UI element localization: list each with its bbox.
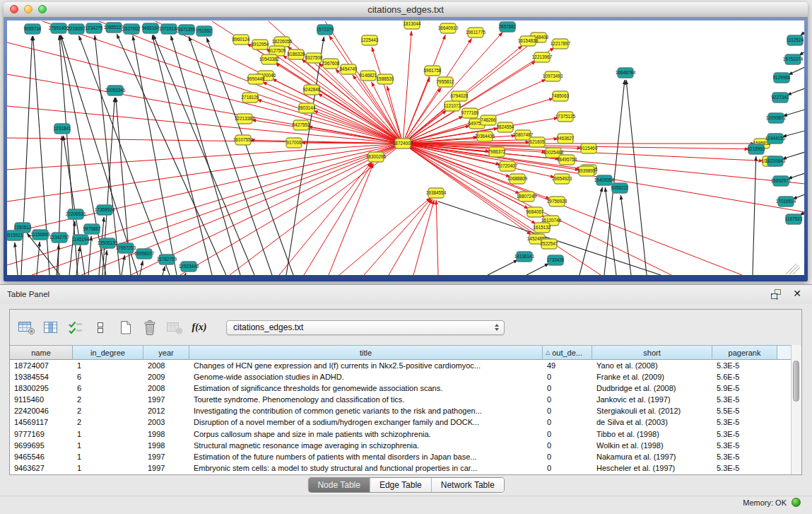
graph-node-label: 1733426 <box>547 257 565 262</box>
table-row[interactable]: 969969511998Structural magnetic resonanc… <box>10 440 791 451</box>
create-column-button[interactable] <box>116 319 134 336</box>
tab-node-table[interactable]: Node Table <box>308 478 370 492</box>
graph-node-label: 10025488 <box>543 150 564 155</box>
table-row[interactable]: 946554611997Estimation of the future num… <box>10 452 791 463</box>
graph-edge <box>185 273 186 275</box>
cell-in_degree: 1 <box>73 428 143 440</box>
graph-edge <box>403 31 411 144</box>
graph-node-label: 16409354 <box>594 177 615 182</box>
cell-name: 22420046 <box>10 406 73 417</box>
graph-edge <box>364 199 431 275</box>
memory-status-icon[interactable] <box>792 498 801 507</box>
graph-node-label: 9975887 <box>83 226 101 231</box>
vertical-scrollbar[interactable] <box>791 345 801 474</box>
graph-node-label: 9127509 <box>269 48 286 53</box>
column-header-label: year <box>158 349 173 357</box>
graph-node-label: 1145194 <box>72 237 90 242</box>
graph-node-label: 12213383 <box>235 116 255 121</box>
column-header-in_degree[interactable]: in_degree <box>73 345 143 360</box>
table-row[interactable]: 911546021997Tourette syndrome. Phenomeno… <box>10 395 791 406</box>
cell-short: Jankovic et al. (1997) <box>592 395 712 406</box>
cell-short: Hescheler et al. (1997) <box>592 463 712 474</box>
function-builder-button[interactable]: f(x) <box>190 319 208 336</box>
cell-out_degree: 0 <box>543 428 592 440</box>
graph-node-label: 8186328 <box>288 52 305 57</box>
table-row[interactable]: 1872400712008Changes of HCN gene express… <box>10 360 791 371</box>
graph-node-label: 16782759 <box>157 257 177 262</box>
row-height-button[interactable] <box>91 319 110 336</box>
graph-node-label: 1350513 <box>14 225 32 230</box>
tab-network-table[interactable]: Network Table <box>431 478 504 492</box>
cell-short: Nakamura et al. (1997) <box>592 452 712 463</box>
column-header-pagerank[interactable]: pagerank <box>712 345 777 360</box>
cell-pagerank: 5.3E-5 <box>712 440 777 451</box>
cell-in_degree: 2 <box>73 417 143 428</box>
graph-node-label: 2718126 <box>242 95 259 100</box>
graph-node-label: 17375125 <box>555 114 576 119</box>
table-row[interactable]: 1830029562008Estimation of significance … <box>10 382 791 394</box>
delete-column-button[interactable] <box>141 319 159 336</box>
cell-year: 2008 <box>143 382 189 394</box>
delete-table-button[interactable] <box>165 319 184 336</box>
table-select-dropdown[interactable]: citations_edges.txt <box>226 320 505 335</box>
cell-short: Stergiakouli et al. (2012) <box>592 406 712 417</box>
graph-node-label: 16107553 <box>233 137 254 142</box>
selection-mode-button[interactable] <box>66 319 85 336</box>
cell-in_degree: 6 <box>73 371 143 382</box>
window-titlebar[interactable]: citations_edges.txt <box>4 2 808 18</box>
graph-node-label: 1225443 <box>361 37 379 42</box>
show-columns-button[interactable] <box>42 319 60 336</box>
column-header-label: title <box>360 349 372 357</box>
graph-node-label: 19654923 <box>552 176 572 181</box>
table-row[interactable]: 1456911722003Disruption of a novel membe… <box>10 417 791 428</box>
table-mode-button[interactable] <box>17 319 35 336</box>
column-header-short[interactable]: short <box>592 345 712 360</box>
cell-in_degree: 1 <box>73 360 143 371</box>
graph-edge <box>389 199 433 275</box>
float-panel-icon <box>770 288 782 300</box>
graph-edge <box>782 152 804 159</box>
cell-name: 9465546 <box>10 452 73 463</box>
graph-node-label: 9990448 <box>247 76 265 81</box>
network-window: citations_edges.txt 18724007183002951938… <box>4 2 808 281</box>
cell-out_degree: 0 <box>543 382 592 394</box>
table-row[interactable]: 2242004622012Investigating the contribut… <box>10 406 791 417</box>
graph-edge <box>526 264 549 275</box>
graph-node-label: 9466160 <box>142 25 160 30</box>
column-header-name[interactable]: name <box>10 345 73 360</box>
close-panel-button[interactable]: ✕ <box>793 288 801 299</box>
column-header-out_degree[interactable]: △out_de... <box>543 345 592 360</box>
graph-node-label: 10973493 <box>543 74 563 78</box>
graph-node-label: 15692971 <box>771 178 792 183</box>
graph-edge <box>105 250 107 275</box>
graph-edge <box>788 67 804 75</box>
column-header-label: pagerank <box>729 349 761 357</box>
cell-short: Wolkin et al. (1998) <box>592 440 712 451</box>
graph-edge <box>488 259 518 275</box>
graph-node-label: 13505135 <box>98 240 118 245</box>
cell-year: 1998 <box>143 440 189 451</box>
graph-edge <box>753 156 756 275</box>
canvas-resize-grip[interactable] <box>793 267 800 274</box>
scrollbar-thumb[interactable] <box>793 361 799 402</box>
cell-in_degree: 2 <box>73 406 143 417</box>
sort-ascending-icon: △ <box>546 349 550 356</box>
table-row[interactable]: 946362711997Embryonic stem cells: a mode… <box>10 463 791 474</box>
graph-node-label: 12217897 <box>551 41 571 46</box>
show-columns-icon <box>42 320 60 335</box>
graph-edge <box>413 200 434 275</box>
tab-edge-table[interactable]: Edge Table <box>370 478 431 492</box>
function-builder-icon: f(x) <box>192 322 207 333</box>
network-canvas[interactable]: 1872400718300295193845548960124891295418… <box>7 21 804 275</box>
column-header-year[interactable]: year <box>143 345 189 360</box>
graph-edge <box>69 221 75 275</box>
graph-edge <box>579 187 602 275</box>
column-header-title[interactable]: title <box>189 345 543 360</box>
table-row[interactable]: 1938455462009Genome-wide association stu… <box>10 371 791 382</box>
table-row[interactable]: 977716911998Corpus callosum shape and si… <box>10 428 791 440</box>
float-panel-button[interactable] <box>770 288 782 303</box>
graph-node-label: 17359924 <box>95 207 115 212</box>
graph-node-label: 8215953 <box>748 146 765 151</box>
graph-node-label: 10720407 <box>498 163 518 168</box>
cell-short: de Silva et al. (2003) <box>592 417 712 428</box>
